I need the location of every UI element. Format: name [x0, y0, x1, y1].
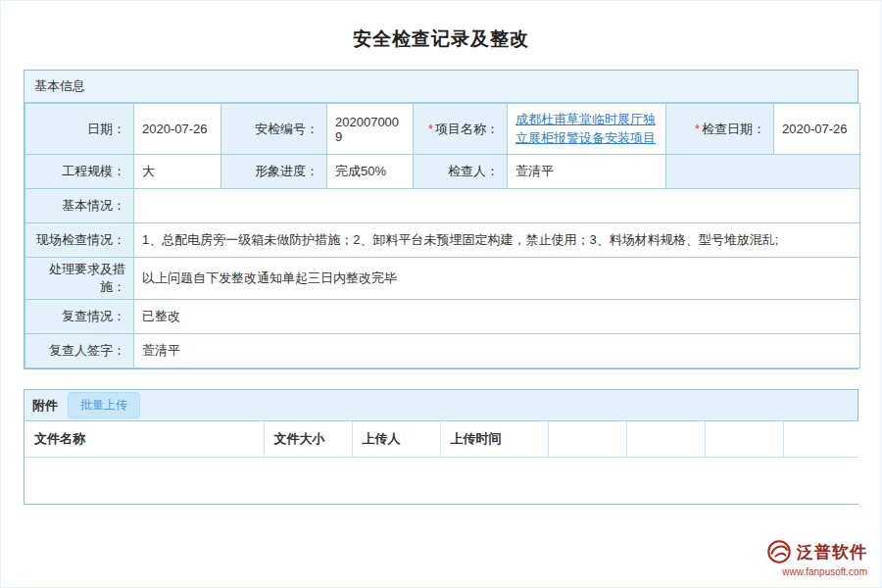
project-name-label-text: 项目名称： — [435, 122, 499, 136]
table-row: 处理要求及措施： 以上问题自下发整改通知单起三日内整改完毕 — [25, 258, 860, 300]
check-date-value: 2020-07-26 — [774, 104, 860, 155]
col-file-name: 文件名称 — [24, 421, 264, 457]
col-uploader: 上传人 — [352, 421, 440, 457]
required-mark: * — [695, 122, 700, 136]
inspector-label: 检查人： — [414, 155, 508, 189]
empty-cell — [666, 155, 860, 189]
col-empty — [548, 421, 626, 457]
project-name-label: *项目名称： — [414, 104, 508, 155]
attachments-header-bar: 附件 批量上传 — [24, 390, 858, 421]
site-check-value: 1、总配电房旁一级箱未做防护措施；2、卸料平台未预埋固定构建，禁止使用；3、料场… — [134, 223, 860, 258]
table-row: 工程规模： 大 形象进度： 完成50% 检查人： 萱清平 — [25, 155, 860, 189]
check-date-label-text: 检查日期： — [702, 122, 765, 136]
table-row: 现场检查情况： 1、总配电房旁一级箱未做防护措施；2、卸料平台未预埋固定构建，禁… — [25, 223, 860, 258]
fanpu-logo-icon[interactable] — [765, 538, 793, 565]
batch-upload-button[interactable]: 批量上传 — [68, 392, 140, 418]
basic-info-value — [134, 189, 860, 223]
recheck-sign-label: 复查人签字： — [25, 334, 134, 368]
recheck-label: 复查情况： — [25, 300, 134, 334]
col-empty — [783, 421, 859, 457]
col-upload-time: 上传时间 — [440, 421, 548, 457]
required-mark: * — [428, 122, 433, 136]
scale-value: 大 — [134, 155, 221, 189]
attachments-section: 附件 批量上传 文件名称 文件大小 上传人 上传时间 — [24, 389, 858, 505]
check-date-label: *检查日期： — [666, 104, 774, 155]
table-row: 基本情况： — [25, 189, 860, 223]
project-name-link[interactable]: 成都杜甫草堂临时展厅独立展柜报警设备安装项目 — [515, 112, 656, 145]
attachments-title: 附件 — [32, 397, 58, 415]
requirements-label: 处理要求及措施： — [25, 258, 134, 300]
date-label: 日期： — [25, 104, 134, 155]
attachments-header-row: 文件名称 文件大小 上传人 上传时间 — [24, 421, 859, 457]
basic-info-header: 基本信息 — [24, 71, 858, 103]
basic-info-section: 基本信息 日期： 2020-07-26 安检编号： 2020070009 *项目… — [24, 70, 858, 369]
recheck-value: 已整改 — [134, 300, 860, 334]
table-row: 日期： 2020-07-26 安检编号： 2020070009 *项目名称： 成… — [25, 104, 860, 155]
table-row: 复查情况： 已整改 — [25, 300, 860, 334]
basic-info-label: 基本情况： — [25, 189, 134, 223]
inspection-no-value: 2020070009 — [327, 104, 414, 155]
inspection-no-label: 安检编号： — [221, 104, 327, 155]
col-empty — [626, 421, 705, 457]
scale-label: 工程规模： — [25, 155, 134, 189]
attachments-empty-body — [24, 457, 859, 504]
page: 安全检查记录及整改 基本信息 日期： 2020-07-26 安检编号： 2020… — [0, 0, 882, 588]
date-value: 2020-07-26 — [134, 104, 221, 155]
project-name-cell: 成都杜甫草堂临时展厅独立展柜报警设备安装项目 — [508, 104, 666, 155]
recheck-sign-value: 萱清平 — [134, 334, 860, 368]
progress-value: 完成50% — [327, 155, 414, 189]
col-file-size: 文件大小 — [264, 421, 352, 457]
brand-footer: 泛普软件 www.fanpusoft.com — [765, 538, 867, 577]
page-title: 安全检查记录及整改 — [1, 1, 881, 52]
brand-name[interactable]: 泛普软件 — [797, 541, 867, 564]
requirements-value: 以上问题自下发整改通知单起三日内整改完毕 — [134, 258, 860, 300]
site-check-label: 现场检查情况： — [25, 223, 134, 258]
brand-url[interactable]: www.fanpusoft.com — [765, 566, 867, 577]
progress-label: 形象进度： — [221, 155, 327, 189]
basic-info-table: 日期： 2020-07-26 安检编号： 2020070009 *项目名称： 成… — [24, 103, 860, 368]
attachments-table: 文件名称 文件大小 上传人 上传时间 — [24, 421, 859, 504]
table-row: 复查人签字： 萱清平 — [25, 334, 860, 368]
attachments-empty-row — [24, 457, 859, 504]
brand-row: 泛普软件 — [765, 538, 867, 565]
col-empty — [705, 421, 783, 457]
inspector-value: 萱清平 — [508, 155, 666, 189]
